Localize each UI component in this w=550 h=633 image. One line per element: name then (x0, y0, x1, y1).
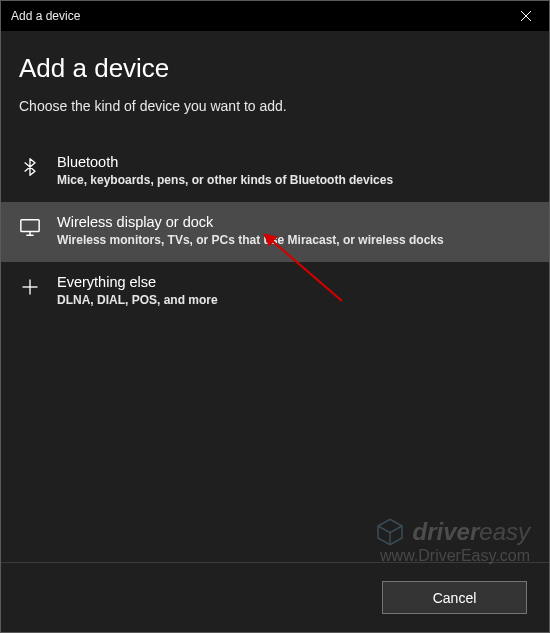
page-title: Add a device (1, 53, 549, 84)
close-button[interactable] (503, 1, 549, 31)
add-device-dialog: Add a device Add a device Choose the kin… (0, 0, 550, 633)
monitor-icon (19, 216, 41, 238)
option-everything-text: Everything else DLNA, DIAL, POS, and mor… (57, 274, 531, 308)
plus-icon (19, 276, 41, 298)
option-wireless-text: Wireless display or dock Wireless monito… (57, 214, 531, 248)
svg-rect-2 (21, 220, 39, 232)
cancel-button[interactable]: Cancel (382, 581, 527, 614)
option-wireless-display[interactable]: Wireless display or dock Wireless monito… (1, 202, 549, 262)
dialog-footer: Cancel (1, 562, 549, 632)
option-everything-else[interactable]: Everything else DLNA, DIAL, POS, and mor… (1, 262, 549, 322)
close-icon (521, 11, 531, 21)
option-bluetooth-text: Bluetooth Mice, keyboards, pens, or othe… (57, 154, 531, 188)
option-everything-title: Everything else (57, 274, 531, 290)
content-area: Add a device Choose the kind of device y… (1, 31, 549, 632)
option-bluetooth[interactable]: Bluetooth Mice, keyboards, pens, or othe… (1, 142, 549, 202)
option-wireless-desc: Wireless monitors, TVs, or PCs that use … (57, 232, 531, 248)
bluetooth-icon (19, 156, 41, 178)
page-subtitle: Choose the kind of device you want to ad… (1, 98, 549, 114)
option-bluetooth-title: Bluetooth (57, 154, 531, 170)
cancel-button-label: Cancel (433, 590, 477, 606)
spacer (1, 323, 549, 562)
option-everything-desc: DLNA, DIAL, POS, and more (57, 292, 531, 308)
option-bluetooth-desc: Mice, keyboards, pens, or other kinds of… (57, 172, 531, 188)
option-wireless-title: Wireless display or dock (57, 214, 531, 230)
device-options-list: Bluetooth Mice, keyboards, pens, or othe… (1, 142, 549, 323)
titlebar: Add a device (1, 1, 549, 31)
window-title: Add a device (11, 9, 80, 23)
